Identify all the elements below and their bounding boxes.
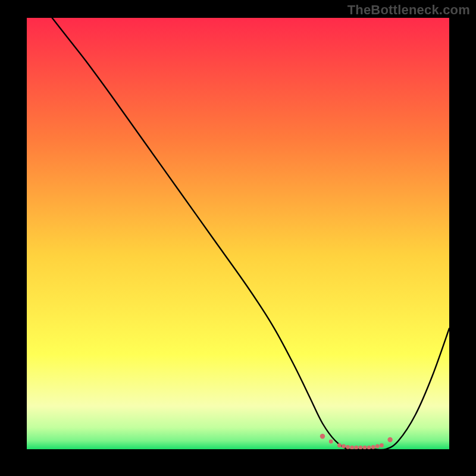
optimum-dot [375,444,380,449]
optimum-dot [342,444,346,449]
optimum-dot [337,443,342,447]
bottleneck-curve [52,18,449,449]
chart-frame: TheBottleneck.com [0,0,476,476]
watermark-text: TheBottleneck.com [347,2,470,18]
optimum-dot [363,446,367,449]
optimum-dot [367,446,371,449]
optimum-dot [387,437,392,442]
optimum-dot [329,440,333,444]
plot-area [27,18,449,449]
optimum-dot [380,443,384,447]
optimum-dot [354,446,358,449]
optimum-dot [359,446,363,449]
optimum-dot [350,446,354,449]
optimum-dot [346,445,350,449]
optimum-dot [371,445,375,449]
optimum-dot [320,434,325,439]
chart-curve-layer [27,18,449,449]
